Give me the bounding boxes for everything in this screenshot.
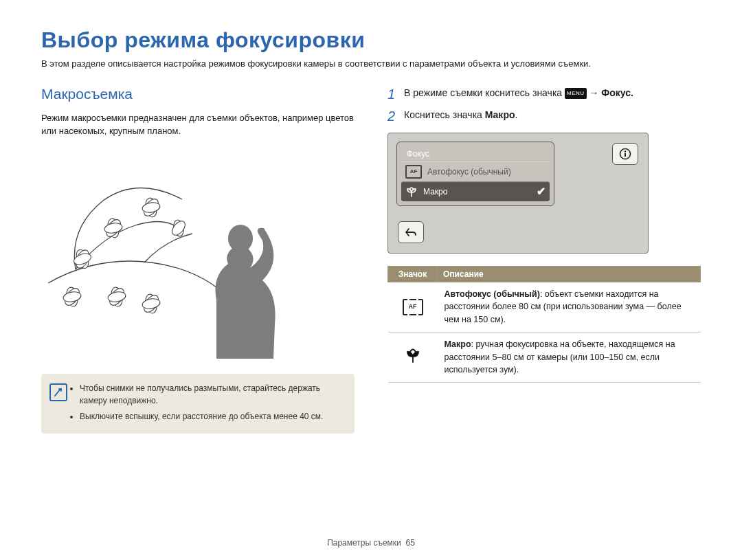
- lcd-focus-title: Фокус: [401, 146, 550, 161]
- svg-point-5: [104, 221, 123, 234]
- macro-icon: [405, 186, 418, 197]
- svg-rect-23: [625, 153, 626, 157]
- macro-illustration: [48, 159, 309, 359]
- svg-point-20: [228, 225, 253, 252]
- th-icon: Значок: [388, 266, 438, 282]
- note-item: Чтобы снимки не получались размытыми, ст…: [80, 382, 345, 407]
- macro-heading: Макросъемка: [41, 86, 355, 102]
- table-row: Макро: ручная фокусировка на объекте, на…: [388, 332, 701, 382]
- lcd-row-autofocus[interactable]: AF Автофокус (обычный): [401, 161, 550, 181]
- svg-point-13: [63, 290, 82, 302]
- row-description: Макро: ручная фокусировка на объекте, на…: [438, 332, 701, 382]
- step-number: 2: [387, 108, 404, 124]
- menu-icon: MENU: [565, 88, 587, 99]
- intro-text: В этом разделе описывается настройка реж…: [41, 57, 701, 71]
- note-box: Чтобы снимки не получались размытыми, ст…: [41, 374, 355, 434]
- table-row: AF Автофокус (обычный): объект съемки на…: [388, 282, 701, 332]
- step-number: 1: [387, 86, 404, 102]
- autofocus-icon: AF: [403, 299, 423, 315]
- note-icon: [49, 383, 67, 401]
- info-button[interactable]: [612, 143, 638, 165]
- svg-point-16: [107, 290, 126, 302]
- svg-point-8: [142, 201, 161, 213]
- check-icon: ✔: [537, 185, 546, 198]
- note-item: Выключите вспышку, если расстояние до об…: [80, 410, 345, 423]
- focus-modes-table: Значок Описание AF Автофокус (обычный): …: [387, 266, 701, 383]
- camera-lcd-preview: Фокус AF Автофокус (обычный) Макро ✔: [387, 133, 649, 254]
- lcd-row-macro[interactable]: Макро ✔: [401, 181, 550, 201]
- step-1-text: В режиме съемки коснитесь значка MENU → …: [404, 86, 701, 100]
- page-title: Выбор режима фокусировки: [41, 27, 701, 53]
- lcd-row-label: Макро: [423, 187, 447, 197]
- macro-icon: [405, 348, 421, 363]
- svg-point-19: [142, 297, 161, 309]
- macro-body: Режим макросъемки предназначен для съемк…: [41, 111, 355, 138]
- th-description: Описание: [438, 266, 701, 282]
- row-description: Автофокус (обычный): объект съемки наход…: [438, 282, 701, 332]
- step-2-text: Коснитесь значка Макро.: [404, 108, 701, 122]
- back-button[interactable]: [398, 221, 424, 243]
- page-footer: Параметры съемки 65: [0, 538, 742, 548]
- autofocus-icon: AF: [405, 165, 422, 179]
- svg-point-22: [625, 150, 626, 152]
- lcd-row-label: Автофокус (обычный): [427, 167, 511, 177]
